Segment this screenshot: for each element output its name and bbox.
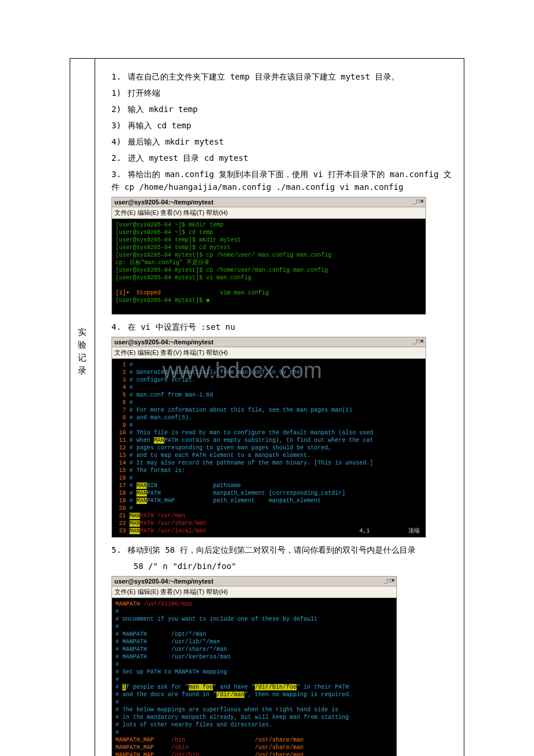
step-2: 2.进入 mytest 目录 cd mytest	[111, 152, 454, 164]
terminal-3-titlebar: user@sys9205-04:~/temp/mytest _ □ ×	[112, 577, 396, 586]
terminal-window-2: user@sys9205-04:~/temp/mytest _ □ × 文件(E…	[111, 337, 426, 538]
terminal-3-body: MANPATH /usr/X11R6/man # # Uncomment if …	[112, 598, 396, 756]
terminal-1-title: user@sys9205-04:~/temp/mytest	[114, 199, 214, 206]
terminal-2-titlebar: user@sys9205-04:~/temp/mytest _ □ ×	[112, 337, 425, 347]
content-cell: 1.请在自己的主文件夹下建立 temp 目录并在该目录下建立 mytest 目录…	[95, 59, 464, 757]
step-5b: 58 /" n "dir/bin/foo"	[134, 560, 454, 573]
terminal-2-window-buttons: _ □ ×	[413, 338, 423, 344]
terminal-1-menu: 文件(E) 编辑(E) 查看(V) 终端(T) 帮助(H)	[112, 207, 425, 219]
step-1: 1.请在自己的主文件夹下建立 temp 目录并在该目录下建立 mytest 目录…	[111, 70, 454, 83]
step-1-3: 3)再输入 cd temp	[111, 119, 454, 132]
terminal-3-menu: 文件(E) 编辑(E) 查看(V) 终端(T) 帮助(H)	[112, 586, 396, 598]
terminal-3-title: user@sys9205-04:~/temp/mytest	[114, 578, 214, 585]
terminal-2-menu: 文件(E) 编辑(E) 查看(V) 终端(T) 帮助(H)	[112, 347, 425, 359]
step-3: 3.将给出的 man.config 复制到本目录下面，使用 vi 打开本目录下的…	[111, 168, 454, 193]
terminal-window-3: user@sys9205-04:~/temp/mytest _ □ × 文件(E…	[111, 576, 397, 756]
sidebar-char-2: 验	[71, 339, 94, 351]
sidebar-char-3: 记	[71, 351, 94, 364]
terminal-3-window-buttons: _ □ ×	[384, 577, 394, 584]
terminal-1-titlebar: user@sys9205-04:~/temp/mytest _ □ ×	[112, 197, 425, 207]
step-1-2: 2)输入 mkdir temp	[111, 103, 454, 116]
terminal-2-body: 1 # 2 # Generated automatically from man…	[112, 359, 425, 537]
step-4: 4.在 vi 中设置行号 :set nu	[111, 321, 454, 333]
terminal-2-status: 4,1 顶端	[359, 527, 420, 535]
terminal-1-window-buttons: _ □ ×	[413, 198, 423, 204]
step-5: 5.移动到第 58 行，向后定位到第二对双引号，请问你看到的双引号内是什么目录	[111, 543, 454, 556]
terminal-2-title: user@sys9205-04:~/temp/mytest	[114, 339, 214, 345]
step-1-4: 4)最后输入 mkdir mytest	[111, 135, 454, 148]
step-1-1: 1)打开终端	[111, 87, 454, 99]
terminal-1-body: [user@sys9205-04 ~]$ mkdir temp [user@sy…	[112, 219, 425, 314]
sidebar-char-1: 实	[71, 326, 94, 339]
main-table: 实 验 记 录 1.请在自己的主文件夹下建立 temp 目录并在该目录下建立 m…	[70, 58, 464, 756]
sidebar-char-4: 录	[71, 364, 94, 377]
sidebar-cell: 实 验 记 录	[70, 59, 95, 757]
terminal-window-1: user@sys9205-04:~/temp/mytest _ □ × 文件(E…	[111, 197, 426, 315]
